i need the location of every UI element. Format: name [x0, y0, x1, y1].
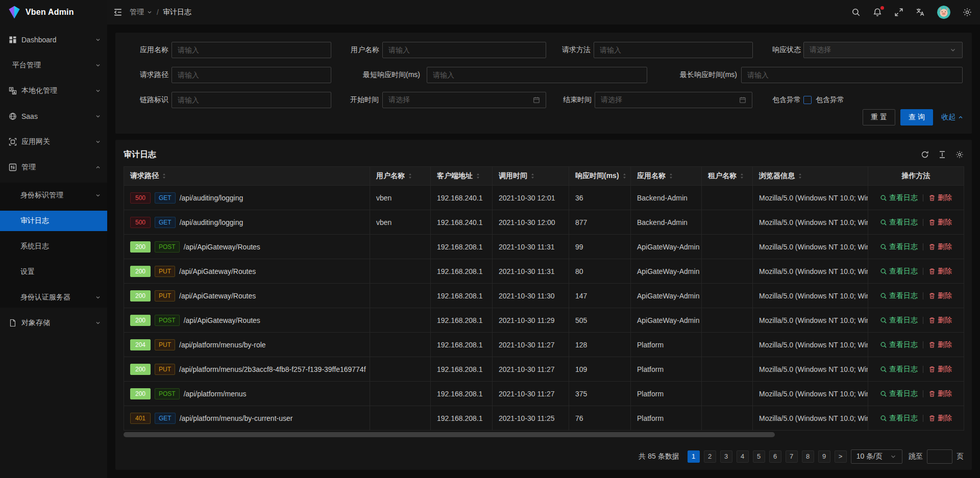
view-log-link[interactable]: 查看日志: [880, 267, 918, 276]
breadcrumb-current: 审计日志: [163, 8, 191, 17]
column-header-path[interactable]: 请求路径: [124, 167, 370, 186]
request-method-input[interactable]: [594, 42, 753, 58]
table-row: 200POST/api/platform/menus192.168.208.12…: [124, 382, 964, 406]
end-time-date-picker[interactable]: 请选择: [595, 92, 752, 108]
chevron-down-icon: [95, 88, 101, 94]
translate-icon[interactable]: [916, 8, 925, 17]
cell-ip: 192.168.208.1: [431, 406, 493, 431]
delete-link[interactable]: 删除: [928, 267, 952, 276]
sidebar-item-platform-management[interactable]: 平台管理: [0, 55, 107, 76]
avatar[interactable]: [937, 6, 950, 19]
user-name-input[interactable]: [382, 42, 546, 58]
sidebar-item-app-gateway[interactable]: 应用网关: [0, 132, 107, 152]
column-header-browser[interactable]: 浏览器信息: [753, 167, 868, 186]
request-path-input[interactable]: [172, 67, 331, 83]
settings-gear-icon[interactable]: [963, 8, 972, 17]
cell-path: 200POST/api/ApiGateway/Routes: [124, 235, 370, 259]
view-log-label: 查看日志: [889, 389, 918, 398]
delete-link[interactable]: 删除: [928, 365, 952, 374]
app-name-input[interactable]: [172, 42, 331, 58]
cell-browser: Mozilla/5.0 (Windows NT 10.0; Win: [753, 235, 868, 259]
page-button-1[interactable]: 1: [688, 450, 700, 463]
page-button-3[interactable]: 3: [720, 450, 732, 463]
sidebar-item-settings[interactable]: 设置: [0, 262, 107, 282]
delete-link[interactable]: 删除: [928, 218, 952, 227]
sidebar-item-localization-management[interactable]: 本地化管理: [0, 81, 107, 101]
sort-icon: [740, 172, 744, 180]
include-exception-checkbox[interactable]: [803, 96, 812, 104]
reset-button[interactable]: 重 置: [863, 109, 895, 125]
breadcrumb-section[interactable]: 管理: [130, 8, 153, 17]
fullscreen-icon[interactable]: [894, 8, 903, 17]
row-height-icon[interactable]: [938, 150, 946, 159]
sidebar-item-management[interactable]: 管理: [0, 157, 107, 178]
response-status-select[interactable]: 请选择: [803, 42, 963, 58]
filter-field-end-time: 请选择: [595, 92, 752, 108]
view-log-link[interactable]: 查看日志: [880, 218, 918, 227]
jump-to-page-input[interactable]: [927, 449, 952, 464]
column-header-ip[interactable]: 客户端地址: [431, 167, 493, 186]
sidebar-item-identity-auth-server[interactable]: 身份认证服务器: [0, 287, 107, 308]
view-log-link[interactable]: 查看日志: [880, 316, 918, 325]
view-log-link[interactable]: 查看日志: [880, 389, 918, 398]
chevron-down-icon: [95, 192, 101, 198]
action-divider: [923, 415, 923, 422]
page-button-7[interactable]: 7: [786, 450, 798, 463]
view-log-link[interactable]: 查看日志: [880, 365, 918, 374]
filter-actions: 重 置 查 询 收起: [863, 109, 964, 125]
delete-link[interactable]: 删除: [928, 340, 952, 349]
page-button-6[interactable]: 6: [769, 450, 781, 463]
search-icon[interactable]: [851, 8, 861, 17]
sidebar-item-dashboard[interactable]: Dashboard: [0, 30, 107, 50]
delete-link[interactable]: 删除: [928, 389, 952, 398]
column-header-duration[interactable]: 响应时间(ms): [569, 167, 631, 186]
trace-id-input[interactable]: [172, 92, 331, 108]
delete-link[interactable]: 删除: [928, 291, 952, 300]
view-log-link[interactable]: 查看日志: [880, 340, 918, 349]
notification-bell[interactable]: [873, 8, 882, 17]
search-button[interactable]: 查 询: [900, 109, 933, 125]
max-response-time-input[interactable]: [741, 67, 963, 83]
sidebar-collapse-icon[interactable]: [113, 8, 122, 17]
horizontal-scrollbar-thumb[interactable]: [124, 432, 775, 437]
logo[interactable]: Vben Admin: [0, 0, 107, 24]
page-button-9[interactable]: 9: [818, 450, 830, 463]
column-header-tenant[interactable]: 租户名称: [702, 167, 753, 186]
view-log-link[interactable]: 查看日志: [880, 242, 918, 251]
sidebar-item-system-log[interactable]: 系统日志: [0, 236, 107, 257]
trash-icon: [928, 268, 936, 275]
sidebar-item-saas[interactable]: Saas: [0, 106, 107, 127]
cell-time: 2021-10-30 12:01: [493, 186, 569, 210]
column-header-app[interactable]: 应用名称: [631, 167, 702, 186]
date-placeholder: 请选择: [388, 95, 410, 105]
status-tag: 200: [130, 315, 151, 326]
start-time-date-picker[interactable]: 请选择: [382, 92, 546, 108]
table-toolbar: [921, 150, 964, 159]
min-response-time-input[interactable]: [427, 67, 647, 83]
collapse-filter-link[interactable]: 收起: [941, 113, 964, 122]
page-button-2[interactable]: 2: [704, 450, 716, 463]
sidebar-item-audit-log[interactable]: 审计日志: [0, 211, 107, 231]
cell-duration: 76: [569, 406, 631, 431]
sidebar-item-object-storage[interactable]: 对象存储: [0, 313, 107, 333]
page-button-4[interactable]: 4: [737, 450, 749, 463]
column-settings-gear-icon[interactable]: [955, 150, 964, 159]
delete-link[interactable]: 删除: [928, 193, 952, 203]
sidebar-item-identity-management[interactable]: 身份标识管理: [0, 185, 107, 206]
page-button-8[interactable]: 8: [802, 450, 814, 463]
cell-path: 200PUT/api/platform/menus/2b3accf8-4fb8-…: [124, 357, 370, 382]
column-header-user[interactable]: 用户名称: [370, 167, 431, 186]
column-header-time[interactable]: 调用时间: [493, 167, 569, 186]
page-size-select[interactable]: 10 条/页: [851, 449, 902, 464]
table-row: 200PUT/api/platform/menus/2b3accf8-4fb8-…: [124, 357, 964, 382]
view-log-link[interactable]: 查看日志: [880, 193, 918, 203]
delete-link[interactable]: 删除: [928, 316, 952, 325]
view-log-link[interactable]: 查看日志: [880, 414, 918, 423]
next-page-button[interactable]: >: [835, 450, 847, 463]
refresh-icon[interactable]: [921, 150, 929, 159]
view-log-link[interactable]: 查看日志: [880, 291, 918, 300]
delete-link[interactable]: 删除: [928, 414, 952, 423]
delete-link[interactable]: 删除: [928, 242, 952, 251]
filter-label-app-name: 应用名称: [124, 42, 168, 58]
page-button-5[interactable]: 5: [753, 450, 765, 463]
